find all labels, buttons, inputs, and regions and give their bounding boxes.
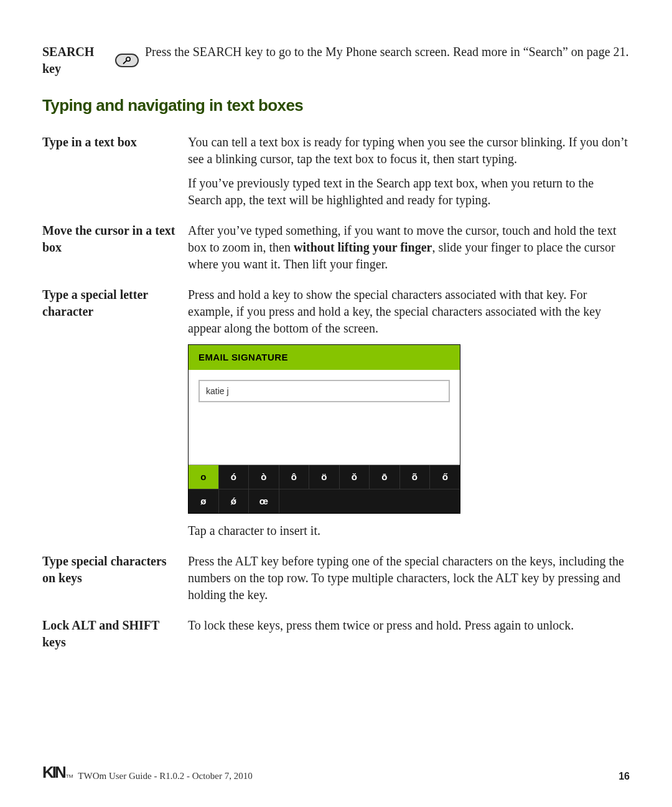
def-term: Move the cursor in a text box — [42, 222, 188, 256]
special-char-key[interactable]: ò — [249, 465, 279, 489]
footer-text: TWOm User Guide - R1.0.2 - October 7, 20… — [78, 770, 252, 783]
def-term: Type special characters on keys — [42, 553, 188, 587]
phone-figure-header: EMAIL SIGNATURE — [189, 345, 460, 370]
special-char-key[interactable]: o — [189, 465, 219, 489]
trademark-symbol: TM — [66, 773, 73, 779]
special-char-key[interactable]: ő — [430, 465, 460, 489]
page-footer: KINTM TWOm User Guide - R1.0.2 - October… — [42, 762, 630, 783]
def-lock-alt-shift: Lock ALT and SHIFT keys To lock these ke… — [42, 617, 630, 651]
paragraph: Press the ALT key before typing one of t… — [188, 553, 630, 603]
text-strong: without lifting your finger — [294, 240, 432, 254]
paragraph: You can tell a text box is ready for typ… — [188, 134, 630, 168]
search-key-icon — [115, 54, 139, 67]
search-key-label-group: SEARCH key — [42, 44, 139, 77]
page-number: 16 — [618, 770, 630, 783]
def-body: Press the ALT key before typing one of t… — [188, 553, 630, 603]
kin-logo-text: KIN — [42, 762, 65, 783]
def-body: To lock these keys, press them twice or … — [188, 617, 630, 634]
key-row-2: ø ǿ œ — [189, 489, 460, 513]
def-special-on-keys: Type special characters on keys Press th… — [42, 553, 630, 603]
email-signature-input[interactable] — [198, 380, 450, 402]
special-char-key[interactable]: ô — [279, 465, 310, 489]
special-char-key[interactable]: œ — [249, 489, 279, 513]
key-row-filler — [279, 489, 460, 513]
search-key-description: Press the SEARCH key to go to the My Pho… — [145, 44, 630, 60]
special-char-key[interactable]: ō — [370, 465, 400, 489]
special-char-key[interactable]: ǿ — [219, 489, 250, 513]
def-special-letter: Type a special letter character Press an… — [42, 286, 630, 539]
phone-figure-input-wrap — [189, 370, 460, 405]
phone-figure-keyboard: o ó ò ô ö ŏ ō õ ő ø ǿ œ — [189, 465, 460, 513]
footer-left: KINTM TWOm User Guide - R1.0.2 - October… — [42, 762, 253, 783]
paragraph: To lock these keys, press them twice or … — [188, 617, 630, 634]
def-body: After you’ve typed something, if you wan… — [188, 222, 630, 273]
def-term: Type a special letter character — [42, 286, 188, 320]
phone-figure: EMAIL SIGNATURE o ó ò ô ö ŏ ō õ ő — [188, 344, 460, 514]
def-term: Type in a text box — [42, 134, 188, 151]
phone-figure-spacer — [189, 405, 460, 465]
def-move-cursor: Move the cursor in a text box After you’… — [42, 222, 630, 273]
search-key-label: SEARCH key — [42, 44, 111, 77]
section-heading: Typing and navigating in text boxes — [42, 95, 630, 116]
special-char-key[interactable]: ö — [309, 465, 340, 489]
paragraph: If you’ve previously typed text in the S… — [188, 175, 630, 209]
special-char-key[interactable]: ó — [219, 465, 250, 489]
paragraph: After you’ve typed something, if you wan… — [188, 222, 630, 273]
svg-line-1 — [124, 61, 127, 64]
special-char-key[interactable]: õ — [400, 465, 431, 489]
kin-logo: KINTM — [42, 762, 73, 783]
search-key-intro: SEARCH key Press the SEARCH key to go to… — [42, 44, 630, 77]
special-char-key[interactable]: ŏ — [340, 465, 370, 489]
def-type-in-textbox: Type in a text box You can tell a text b… — [42, 134, 630, 209]
def-term: Lock ALT and SHIFT keys — [42, 617, 188, 651]
definitions: Type in a text box You can tell a text b… — [42, 134, 630, 651]
def-body: You can tell a text box is ready for typ… — [188, 134, 630, 209]
key-row-1: o ó ò ô ö ŏ ō õ ő — [189, 465, 460, 489]
special-char-key[interactable]: ø — [189, 489, 219, 513]
paragraph: Press and hold a key to show the special… — [188, 286, 630, 337]
paragraph: Tap a character to insert it. — [188, 522, 630, 539]
def-body: Press and hold a key to show the special… — [188, 286, 630, 539]
